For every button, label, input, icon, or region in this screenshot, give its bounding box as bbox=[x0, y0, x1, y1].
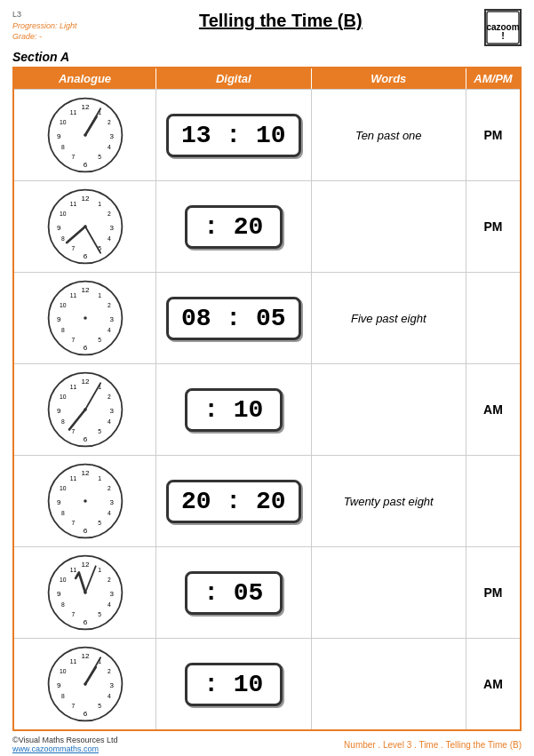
ampm-cell: AM bbox=[466, 364, 520, 455]
svg-text:12: 12 bbox=[81, 103, 89, 111]
svg-text:3: 3 bbox=[109, 498, 114, 506]
website-link[interactable]: www.cazoommaths.com bbox=[12, 744, 118, 753]
col-ampm: AM/PM bbox=[466, 68, 520, 89]
svg-text:9: 9 bbox=[57, 590, 61, 598]
page-title: Telling the Time (B) bbox=[77, 11, 484, 31]
svg-text:3: 3 bbox=[109, 590, 114, 598]
words-text: Ten past one bbox=[355, 129, 422, 142]
words-cell bbox=[312, 639, 467, 729]
svg-text:3: 3 bbox=[109, 681, 114, 689]
ampm-text: PM bbox=[484, 219, 503, 234]
svg-text:5: 5 bbox=[98, 428, 101, 434]
digital-cell: : 05 bbox=[156, 547, 312, 638]
svg-point-78 bbox=[84, 499, 87, 503]
svg-text:2: 2 bbox=[108, 302, 111, 308]
svg-text:10: 10 bbox=[60, 577, 67, 583]
svg-text:9: 9 bbox=[57, 132, 61, 140]
svg-text:10: 10 bbox=[60, 211, 67, 217]
svg-text:5: 5 bbox=[98, 520, 101, 526]
digital-display: 13 : 10 bbox=[166, 114, 301, 157]
footer-left: ©Visual Maths Resources Ltd www.cazoomma… bbox=[12, 736, 118, 753]
svg-point-48 bbox=[84, 316, 87, 320]
svg-text:1: 1 bbox=[98, 567, 101, 573]
ampm-cell: PM bbox=[466, 181, 520, 272]
ampm-text: PM bbox=[484, 585, 503, 600]
svg-text:2: 2 bbox=[108, 668, 111, 674]
clock-cell: 12 3 6 9 1 2 4 5 7 8 10 11 bbox=[14, 90, 156, 180]
digital-cell: : 10 bbox=[156, 364, 312, 455]
svg-text:6: 6 bbox=[83, 252, 87, 260]
words-text: Twenty past eight bbox=[344, 495, 434, 508]
svg-text:8: 8 bbox=[60, 510, 64, 516]
svg-text:5: 5 bbox=[98, 154, 101, 160]
table-row: 12 3 6 9 1 2 4 5 7 8 10 11 20 : 20 bbox=[14, 455, 520, 546]
header-meta: L3 Progression: Light Grade: - bbox=[12, 9, 77, 43]
svg-text:6: 6 bbox=[83, 344, 87, 352]
svg-text:2: 2 bbox=[108, 577, 111, 583]
ampm-cell bbox=[466, 456, 520, 546]
svg-text:3: 3 bbox=[109, 224, 114, 232]
svg-text:6: 6 bbox=[83, 618, 87, 626]
svg-text:4: 4 bbox=[108, 601, 111, 608]
svg-text:11: 11 bbox=[69, 109, 76, 115]
copyright-text: ©Visual Maths Resources Ltd bbox=[12, 736, 118, 744]
words-cell: Five past eight bbox=[312, 273, 467, 363]
col-words: Words bbox=[312, 68, 467, 89]
digital-display: : 10 bbox=[185, 388, 283, 432]
svg-text:3: 3 bbox=[109, 132, 114, 140]
svg-text:6: 6 bbox=[83, 710, 87, 718]
table-row: 12 3 6 9 1 2 4 5 7 8 10 11 08 : 05 bbox=[14, 272, 520, 363]
svg-text:!: ! bbox=[501, 30, 505, 41]
svg-text:12: 12 bbox=[81, 378, 89, 386]
svg-text:7: 7 bbox=[71, 337, 75, 343]
svg-text:8: 8 bbox=[60, 144, 64, 150]
table-row: 12 3 6 9 1 2 4 5 7 8 10 11 bbox=[14, 89, 520, 180]
svg-text:9: 9 bbox=[57, 498, 61, 506]
svg-text:7: 7 bbox=[71, 520, 75, 526]
digital-cell: 08 : 05 bbox=[156, 273, 312, 363]
digital-display: 20 : 20 bbox=[166, 480, 301, 523]
svg-text:4: 4 bbox=[108, 510, 111, 516]
svg-text:11: 11 bbox=[69, 201, 76, 207]
svg-text:2: 2 bbox=[108, 394, 111, 400]
level-label: L3 bbox=[12, 9, 77, 20]
clock-cell: 12 3 6 9 1 2 4 5 7 8 10 11 bbox=[14, 456, 156, 546]
svg-text:2: 2 bbox=[108, 119, 111, 125]
svg-text:5: 5 bbox=[98, 337, 101, 343]
digital-display: 08 : 05 bbox=[166, 297, 301, 340]
progression-label: Progression: Light bbox=[12, 20, 77, 32]
svg-text:10: 10 bbox=[60, 485, 67, 491]
words-text: Five past eight bbox=[351, 312, 426, 325]
svg-text:11: 11 bbox=[69, 292, 76, 298]
digital-cell: : 20 bbox=[156, 181, 312, 272]
svg-text:11: 11 bbox=[69, 658, 76, 664]
digital-display: : 10 bbox=[185, 663, 283, 706]
svg-text:11: 11 bbox=[69, 384, 76, 390]
svg-text:7: 7 bbox=[71, 154, 75, 160]
footer: ©Visual Maths Resources Ltd www.cazoomma… bbox=[12, 736, 522, 753]
svg-text:4: 4 bbox=[108, 418, 111, 425]
grade-label: Grade: - bbox=[12, 31, 77, 43]
clock-cell: 12 3 6 9 1 2 4 5 7 8 10 11 bbox=[14, 273, 156, 363]
ampm-text: AM bbox=[483, 402, 503, 417]
clock-cell: 12 3 6 9 1 2 4 5 7 8 10 11 bbox=[14, 639, 156, 729]
svg-text:4: 4 bbox=[108, 235, 111, 242]
digital-cell: 20 : 20 bbox=[156, 456, 312, 546]
svg-text:1: 1 bbox=[98, 475, 101, 481]
ampm-cell bbox=[466, 273, 520, 363]
ampm-text: PM bbox=[484, 128, 503, 142]
svg-text:8: 8 bbox=[60, 327, 64, 333]
clock-cell: 12 3 6 9 1 2 4 5 7 8 10 11 bbox=[14, 547, 156, 638]
svg-text:6: 6 bbox=[83, 161, 87, 169]
svg-text:1: 1 bbox=[98, 292, 101, 298]
svg-text:1: 1 bbox=[98, 201, 101, 207]
svg-text:7: 7 bbox=[71, 428, 75, 434]
clock-cell: 12 3 6 9 1 2 4 5 7 8 10 11 bbox=[14, 181, 156, 272]
svg-text:6: 6 bbox=[83, 435, 87, 443]
svg-text:10: 10 bbox=[60, 302, 67, 308]
words-cell bbox=[312, 547, 467, 638]
ampm-text: AM bbox=[483, 677, 503, 691]
svg-text:10: 10 bbox=[60, 119, 67, 125]
svg-text:7: 7 bbox=[71, 703, 75, 709]
digital-display: : 05 bbox=[185, 571, 283, 615]
